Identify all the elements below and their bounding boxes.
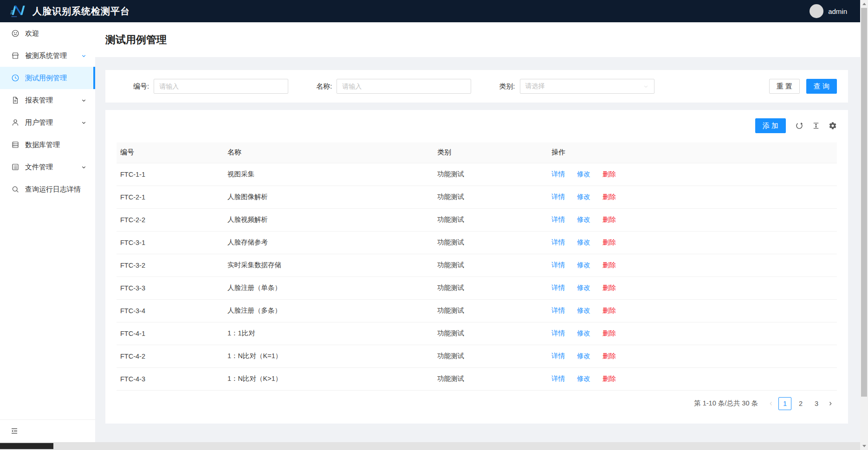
chevron-down-icon [643, 84, 649, 90]
sidebar-item-label: 数据库管理 [25, 141, 87, 149]
toolbar-icons [795, 122, 837, 130]
category-label: 类别: [499, 82, 515, 91]
column-header: 名称 [224, 142, 434, 163]
filter-category-field: 类别: 请选择 [499, 79, 654, 94]
cell-category: 功能测试 [434, 208, 548, 231]
sidebar-item-report-management[interactable]: 报表管理 [0, 89, 95, 111]
delete-link[interactable]: 删除 [602, 284, 616, 291]
detail-link[interactable]: 详情 [551, 261, 565, 269]
cell-id: FTC-3-4 [117, 299, 224, 322]
sidebar-item-tested-system-management[interactable]: 被测系统管理 [0, 45, 95, 67]
cell-actions: 详情修改删除 [548, 299, 837, 322]
reset-button[interactable]: 重 置 [769, 79, 800, 94]
cell-actions: 详情修改删除 [548, 231, 837, 254]
delete-link[interactable]: 删除 [602, 193, 616, 200]
category-select[interactable]: 请选择 [520, 79, 654, 94]
sidebar-item-query-run-log-detail[interactable]: 查询运行日志详情 [0, 178, 95, 200]
cell-name: 人脸视频解析 [224, 208, 434, 231]
page-number-list: 123 [778, 397, 823, 410]
page-button-2[interactable]: 2 [794, 397, 807, 410]
column-header: 操作 [548, 142, 837, 163]
horizontal-scrollbar-thumb[interactable] [0, 443, 53, 449]
sidebar-item-test-case-management[interactable]: 测试用例管理 [0, 67, 95, 89]
name-label: 名称: [316, 82, 332, 91]
add-button[interactable]: 添 加 [755, 118, 786, 133]
next-page-icon[interactable] [824, 397, 837, 410]
delete-link[interactable]: 删除 [602, 238, 616, 246]
delete-link[interactable]: 删除 [602, 375, 616, 382]
delete-link[interactable]: 删除 [602, 352, 616, 360]
filter-card: 编号: 名称: 类别: 请选择 重 置 [105, 70, 848, 103]
sidebar-item-database-management[interactable]: 数据库管理 [0, 134, 95, 156]
edit-link[interactable]: 修改 [577, 352, 590, 360]
scroll-down-icon[interactable] [862, 445, 866, 447]
detail-link[interactable]: 详情 [551, 329, 565, 337]
cell-category: 功能测试 [434, 186, 548, 208]
sidebar-item-file-management[interactable]: 文件管理 [0, 156, 95, 178]
prev-page-icon[interactable] [764, 397, 777, 410]
detail-link[interactable]: 详情 [551, 284, 565, 291]
edit-link[interactable]: 修改 [577, 375, 590, 382]
cell-name: 人脸图像解析 [224, 186, 434, 208]
scroll-up-icon[interactable] [862, 3, 866, 5]
column-header: 类别 [434, 142, 548, 163]
delete-link[interactable]: 删除 [602, 261, 616, 269]
column-height-icon[interactable] [812, 122, 820, 130]
page-button-3[interactable]: 3 [810, 397, 823, 410]
sidebar: 欢迎被测系统管理测试用例管理报表管理用户管理数据库管理文件管理查询运行日志详情 [0, 22, 95, 442]
cell-id: FTC-1-1 [117, 163, 224, 186]
table-row: FTC-2-1人脸图像解析功能测试详情修改删除 [117, 186, 837, 208]
menu-fold-icon[interactable] [10, 427, 19, 435]
detail-link[interactable]: 详情 [551, 375, 565, 382]
search-button[interactable]: 查 询 [806, 79, 837, 94]
cell-category: 功能测试 [434, 254, 548, 276]
cell-name: 视图采集 [224, 163, 434, 186]
vertical-scrollbar-thumb[interactable] [861, 8, 867, 397]
username[interactable]: admin [828, 7, 847, 15]
detail-link[interactable]: 详情 [551, 352, 565, 360]
edit-link[interactable]: 修改 [577, 216, 590, 223]
settings-icon[interactable] [829, 122, 837, 130]
cell-name: 1：1比对 [224, 322, 434, 345]
delete-link[interactable]: 删除 [602, 329, 616, 337]
cell-actions: 详情修改删除 [548, 254, 837, 276]
vertical-scrollbar[interactable] [860, 0, 868, 450]
smile-icon [11, 29, 19, 38]
detail-link[interactable]: 详情 [551, 238, 565, 246]
horizontal-scrollbar[interactable] [0, 442, 860, 450]
header-user-area: admin [810, 4, 860, 18]
edit-link[interactable]: 修改 [577, 238, 590, 246]
sidebar-footer [0, 419, 95, 442]
name-input[interactable] [337, 79, 471, 94]
number-input[interactable] [154, 79, 288, 94]
delete-link[interactable]: 删除 [602, 307, 616, 314]
edit-link[interactable]: 修改 [577, 261, 590, 269]
cell-id: FTC-4-1 [117, 322, 224, 345]
sidebar-item-welcome[interactable]: 欢迎 [0, 22, 95, 45]
sidebar-menu: 欢迎被测系统管理测试用例管理报表管理用户管理数据库管理文件管理查询运行日志详情 [0, 22, 95, 200]
cell-category: 功能测试 [434, 345, 548, 367]
testcase-table: 编号名称类别操作 FTC-1-1视图采集功能测试详情修改删除FTC-2-1人脸图… [117, 142, 837, 391]
detail-link[interactable]: 详情 [551, 307, 565, 314]
edit-link[interactable]: 修改 [577, 170, 590, 178]
cell-category: 功能测试 [434, 163, 548, 186]
cell-id: FTC-2-2 [117, 208, 224, 231]
sidebar-item-label: 用户管理 [25, 118, 81, 127]
pagination: 第 1-10 条/总共 30 条 123 [117, 397, 837, 410]
detail-link[interactable]: 详情 [551, 193, 565, 200]
edit-link[interactable]: 修改 [577, 329, 590, 337]
edit-link[interactable]: 修改 [577, 284, 590, 291]
reload-icon[interactable] [795, 122, 803, 130]
user-avatar[interactable] [810, 4, 823, 18]
table-row: FTC-3-1人脸存储参考功能测试详情修改删除 [117, 231, 837, 254]
sidebar-item-user-management[interactable]: 用户管理 [0, 111, 95, 134]
delete-link[interactable]: 删除 [602, 216, 616, 223]
body-row: 欢迎被测系统管理测试用例管理报表管理用户管理数据库管理文件管理查询运行日志详情 … [0, 22, 860, 442]
cell-actions: 详情修改删除 [548, 322, 837, 345]
delete-link[interactable]: 删除 [602, 170, 616, 178]
edit-link[interactable]: 修改 [577, 307, 590, 314]
detail-link[interactable]: 详情 [551, 216, 565, 223]
page-button-1[interactable]: 1 [778, 397, 791, 410]
detail-link[interactable]: 详情 [551, 170, 565, 178]
edit-link[interactable]: 修改 [577, 193, 590, 200]
